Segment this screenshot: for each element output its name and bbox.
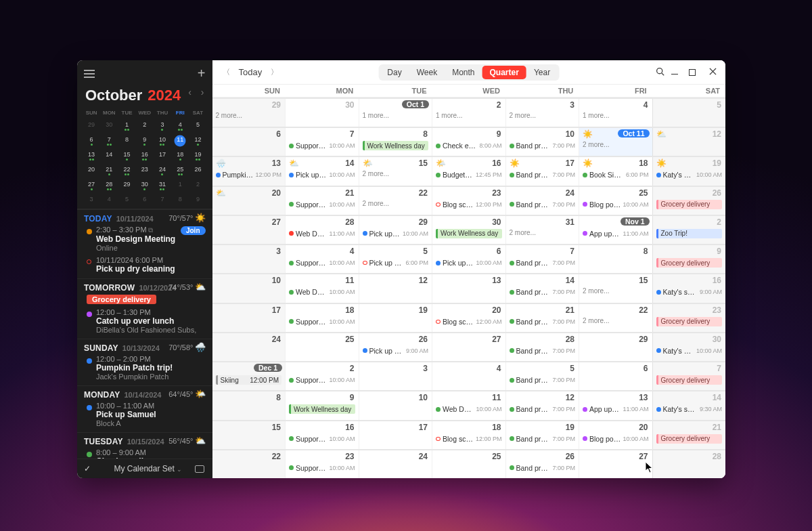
grid-cell[interactable]: 10 <box>359 391 432 419</box>
grid-cell[interactable]: 222 more... <box>359 187 432 215</box>
grid-cell[interactable]: 25 <box>432 450 505 478</box>
mini-day[interactable]: 1 <box>171 178 189 193</box>
grid-event[interactable]: Check email8:00 AM <box>436 141 502 150</box>
mini-day[interactable]: 3 <box>83 193 100 206</box>
today-button[interactable]: Today <box>239 67 263 77</box>
grid-event[interactable]: Band practi...7:00 PM <box>510 258 576 268</box>
grid-event[interactable]: Blog screen...12:00 PM <box>436 200 502 209</box>
grid-event[interactable]: Band practi...7:00 PM <box>510 200 576 209</box>
grid-cell[interactable]: 12Band practi...7:00 PM <box>505 391 579 419</box>
mini-day[interactable]: 30 <box>136 178 154 193</box>
grid-cell[interactable]: 18Support t...10:00 AM <box>285 304 359 332</box>
mini-day[interactable]: 7 <box>154 193 171 206</box>
grid-cell[interactable]: 312 more... <box>505 216 579 244</box>
grid-event[interactable]: Katy's socc...10:00 AM <box>656 170 723 179</box>
agenda-event[interactable]: 12:00 – 2:00 PMPumpkin Patch trip!Jack's… <box>84 353 206 383</box>
mini-next-icon[interactable]: › <box>201 87 204 98</box>
grid-cell[interactable]: 27 <box>579 450 652 478</box>
mini-day[interactable]: 30 <box>100 119 118 133</box>
mini-day[interactable]: 8 <box>171 193 189 206</box>
mini-day[interactable]: 19 <box>189 148 206 163</box>
agenda-event[interactable]: 10/11/2024 6:00 PMPick up dry cleaning <box>84 254 206 276</box>
grid-cell[interactable]: 12 <box>359 274 432 302</box>
panels-icon[interactable] <box>195 465 204 473</box>
grid-cell[interactable]: 8Work Wellness day <box>359 128 432 156</box>
grid-cell[interactable]: 17 <box>359 421 432 449</box>
agenda-list[interactable]: TODAY10/11/202470°/57°☀️Join2:30 – 3:30 … <box>77 209 212 459</box>
grid-cell[interactable]: 16Katy's socc...9:00 AM <box>652 274 726 302</box>
grid-cell[interactable]: 6Pick up Sa...10:00 AM <box>432 245 505 273</box>
grid-cell[interactable]: 5Pick up dry...6:00 PM <box>359 245 432 273</box>
grid-cell[interactable]: 13 <box>432 274 505 302</box>
grid-event[interactable]: Support t...10:00 AM <box>289 434 355 444</box>
grid-cell[interactable]: 6 <box>212 128 286 156</box>
grid-cell[interactable]: 6 <box>579 362 652 390</box>
grid-event[interactable]: Web Desi...10:00 AM <box>289 287 355 297</box>
grid-cell[interactable]: 25Blog post...10:00 AM <box>579 187 652 215</box>
grid-cell[interactable]: 🌤️16Budget m...12:45 PM <box>432 157 505 185</box>
mini-day[interactable]: 17 <box>154 148 171 163</box>
grid-cell[interactable]: 5Band practi...7:00 PM <box>505 362 579 390</box>
more-link[interactable]: 2 more... <box>583 287 649 295</box>
grid-event[interactable]: Band practi...7:00 PM <box>510 404 576 414</box>
view-day[interactable]: Day <box>380 66 409 79</box>
grid-cell[interactable]: 11Web Desi...10:00 AM <box>285 274 359 302</box>
view-week[interactable]: Week <box>409 66 445 79</box>
agenda-allday-chip[interactable]: Grocery delivery <box>87 295 156 304</box>
grid-cell[interactable]: 19 <box>359 304 432 332</box>
mini-day[interactable]: 29 <box>83 119 100 133</box>
grid-cell[interactable]: 11Web Desi...10:00 AM <box>432 391 505 419</box>
more-link[interactable]: 1 more... <box>583 112 649 119</box>
grid-event[interactable]: Web Desi...10:00 AM <box>436 404 502 414</box>
grid-cell[interactable]: 4 <box>432 362 505 390</box>
grid-event[interactable]: Katy's socc...9:00 AM <box>656 287 723 297</box>
grid-cell[interactable]: 🌤️152 more... <box>359 157 432 185</box>
grid-event[interactable]: Support t...10:00 AM <box>289 258 355 268</box>
grid-cell[interactable]: 28 <box>652 450 726 478</box>
grid-cell[interactable]: 16Support t...10:00 AM <box>285 421 359 449</box>
mini-day[interactable]: 2 <box>189 178 206 193</box>
more-link[interactable]: 2 more... <box>583 317 649 324</box>
more-link[interactable]: 1 more... <box>363 112 429 119</box>
more-link[interactable]: 2 more... <box>510 229 576 236</box>
grid-cell[interactable]: 25 <box>285 333 359 361</box>
hamburger-icon[interactable] <box>84 68 95 80</box>
grid-event[interactable]: Pick up Sa...10:00 AM <box>436 258 502 268</box>
grid-cell[interactable]: 21Band practi...7:00 PM <box>505 304 579 332</box>
grid-event[interactable]: Band practi...7:00 PM <box>510 375 576 385</box>
allday-event[interactable]: Work Wellness day <box>363 141 429 150</box>
grid-cell[interactable]: 23Blog screen...12:00 PM <box>432 187 505 215</box>
agenda-event[interactable]: 10:00 – 11:00 AMPick up SamuelBlock A <box>84 400 206 429</box>
grid-event[interactable]: Band practi...7:00 PM <box>510 317 576 326</box>
grid-cell[interactable]: 28Band practi...7:00 PM <box>505 333 579 361</box>
mini-day[interactable]: 7 <box>100 133 118 148</box>
more-link[interactable]: 1 more... <box>436 112 502 119</box>
allday-event[interactable]: Zoo Trip! <box>656 229 723 238</box>
grid-cell[interactable]: 30 <box>285 99 359 127</box>
grid-cell[interactable]: 29 <box>579 333 652 361</box>
grid-cell[interactable]: 41 more... <box>579 99 652 127</box>
mini-day[interactable]: 5 <box>118 193 135 206</box>
grid-cell[interactable]: 27 <box>432 333 505 361</box>
grid-cell[interactable]: 32 more... <box>505 99 579 127</box>
grid-cell[interactable]: 14Katy's socc...9:30 AM <box>652 391 726 419</box>
grid-cell[interactable]: 9Work Wellness day <box>285 391 359 419</box>
grid-cell[interactable]: 18Blog scree...12:00 PM <box>432 421 505 449</box>
allday-event[interactable]: Skiing12:00 PM <box>216 375 282 385</box>
grid-cell[interactable]: 23Support t...10:00 AM <box>285 450 359 478</box>
grid-cell[interactable]: 27 <box>212 216 286 244</box>
nav-next-icon[interactable]: 〉 <box>267 67 281 77</box>
grid-cell[interactable]: 19Band practi...7:00 PM <box>505 421 579 449</box>
allday-event[interactable]: Grocery delivery <box>656 434 723 444</box>
grid-event[interactable]: Blog scree...12:00 PM <box>436 434 502 444</box>
grid-event[interactable]: Support t...10:00 AM <box>289 375 355 385</box>
grid-cell[interactable]: 15 <box>212 421 286 449</box>
grid-cell[interactable]: 7Grocery delivery <box>652 362 726 390</box>
view-month[interactable]: Month <box>445 66 482 79</box>
grid-event[interactable]: Band practi...7:00 PM <box>510 141 576 150</box>
grid-cell[interactable]: 22 <box>212 450 286 478</box>
allday-event[interactable]: Work Wellness day <box>436 229 502 238</box>
grid-event[interactable]: Support t...10:00 AM <box>289 200 355 209</box>
grid-event[interactable]: Blog post...10:00 AM <box>583 434 649 444</box>
grid-event[interactable]: Pumpkin P...12:00 PM <box>216 170 282 179</box>
